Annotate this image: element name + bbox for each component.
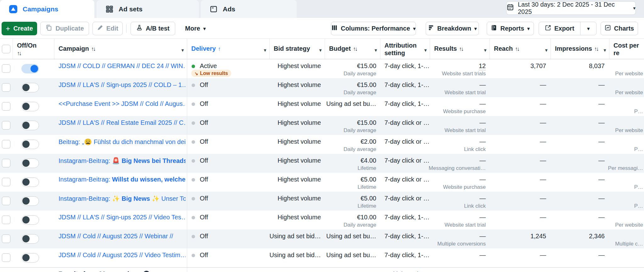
- row-checkbox[interactable]: [2, 64, 10, 73]
- column-header-attribution-setting[interactable]: Attribution setting ▾: [380, 39, 430, 60]
- more-button[interactable]: More ▾: [182, 22, 209, 35]
- campaign-toggle[interactable]: [21, 102, 39, 111]
- info-icon[interactable]: i: [143, 271, 150, 272]
- results-type: Website purchase: [443, 184, 486, 190]
- export-button[interactable]: Export ▾: [539, 22, 596, 35]
- attribution-setting: 7-day click, 1-…: [384, 233, 429, 240]
- campaign-toggle[interactable]: [21, 253, 39, 263]
- duplicate-button[interactable]: Duplicate: [40, 22, 89, 35]
- row-checkbox[interactable]: [2, 159, 10, 167]
- column-menu-caret[interactable]: ▾: [264, 46, 266, 54]
- row-checkbox[interactable]: [2, 216, 10, 224]
- campaign-link[interactable]: JDSM // LLA'S // Real Estate Email 2025 …: [59, 119, 186, 126]
- charts-button[interactable]: Charts: [601, 22, 638, 35]
- campaign-toggle[interactable]: [21, 64, 39, 73]
- column-header-reach[interactable]: Reach↑↓ ▾: [490, 39, 551, 60]
- results-type: Messaging conversati…: [429, 165, 486, 171]
- row-checkbox[interactable]: [2, 83, 10, 92]
- impressions-value: —: [598, 252, 605, 259]
- attribution-setting: 7-day click, 1-…: [384, 62, 429, 70]
- row-checkbox[interactable]: [2, 234, 10, 243]
- column-menu-caret[interactable]: ▾: [319, 46, 322, 54]
- results-value[interactable]: 12: [479, 62, 486, 70]
- bid-strategy: Highest volume: [277, 62, 321, 70]
- campaign-toggle[interactable]: [21, 121, 39, 130]
- delivery-status: Off: [200, 100, 208, 107]
- column-header-cost-per-result[interactable]: Cost per re ↑↓: [609, 39, 644, 60]
- breakdown-button[interactable]: Breakdown ▾: [426, 22, 479, 35]
- campaign-link[interactable]: <<Purchase Event >> JDSM // Cold // Augu…: [59, 100, 186, 107]
- campaign-link[interactable]: JDSM // Cold // August 2025 // Webinar /…: [59, 233, 173, 240]
- campaign-toggle[interactable]: [21, 234, 39, 244]
- summary-results: —: [479, 271, 486, 272]
- campaign-toggle[interactable]: [21, 215, 39, 225]
- select-all-checkbox[interactable]: [2, 45, 10, 53]
- column-divider: [187, 268, 187, 272]
- budget-type: Daily average: [344, 146, 376, 153]
- campaign-toggle[interactable]: [21, 159, 39, 168]
- toggle-knob: [22, 254, 30, 261]
- column-menu-caret[interactable]: ▾: [182, 46, 184, 54]
- campaign-link[interactable]: JDSM // LLA'S // Sign-ups 2025 // COLD –…: [59, 81, 186, 89]
- column-menu-caret[interactable]: ▾: [484, 46, 486, 54]
- reports-button[interactable]: Reports ▾: [487, 22, 534, 35]
- campaign-toggle[interactable]: [21, 196, 39, 206]
- campaign-link[interactable]: Instagram-Beitrag: Willst du wissen, wel…: [59, 176, 186, 183]
- column-header-bid-strategy[interactable]: Bid strategy ▾: [269, 39, 325, 60]
- tab-ads[interactable]: Ads: [201, 0, 297, 18]
- campaign-link[interactable]: JDSM // COLD // GERMAN // DEC 24 // WIN…: [59, 62, 186, 70]
- row-checkbox[interactable]: [2, 121, 10, 130]
- sort-icon[interactable]: ↑↓: [459, 46, 463, 52]
- column-menu-caret[interactable]: ▾: [424, 46, 427, 54]
- budget-type: Daily average: [344, 71, 376, 77]
- row-checkbox[interactable]: [2, 140, 10, 148]
- column-menu-caret[interactable]: ▾: [375, 46, 377, 54]
- delivery-status: Off: [200, 214, 208, 221]
- row-checkbox[interactable]: [2, 253, 10, 262]
- toggle-knob: [22, 197, 30, 205]
- row-checkbox[interactable]: [2, 178, 10, 186]
- tab-ad-sets[interactable]: Ad sets: [97, 0, 199, 18]
- cost-per-result-type: P…: [634, 146, 643, 153]
- sort-icon[interactable]: ↑↓: [515, 46, 519, 52]
- cost-per-result-type: Per messagi…: [608, 165, 643, 171]
- sort-icon[interactable]: ↑↓: [353, 46, 357, 52]
- sort-icon[interactable]: ↑↓: [594, 46, 598, 52]
- column-header-budget[interactable]: Budget↑↓ ▾: [325, 39, 380, 60]
- tab-campaigns[interactable]: Campaigns: [0, 0, 94, 18]
- campaign-link[interactable]: JDSM // LLA'S // Sign-ups 2025 // Video …: [59, 214, 186, 221]
- delivery-status: Off: [200, 233, 208, 240]
- cost-per-result-type: P…: [634, 108, 643, 115]
- sort-ascending-icon[interactable]: ↑: [218, 46, 220, 52]
- campaign-toggle[interactable]: [21, 140, 39, 149]
- bid-strategy: Highest volume: [277, 138, 321, 145]
- column-header-impressions[interactable]: Impressions↑↓ ▾: [551, 39, 609, 60]
- column-header-off-on[interactable]: Off/On ↑↓: [13, 39, 54, 60]
- column-header-delivery[interactable]: Delivery↑ ▾: [187, 39, 269, 60]
- create-button[interactable]: + Create: [2, 22, 37, 35]
- column-header-results[interactable]: Results↑↓ ▾: [430, 39, 490, 60]
- budget-value: Using ad set bu…: [326, 100, 376, 107]
- bid-strategy: Using ad set bid…: [270, 252, 321, 259]
- campaign-link[interactable]: JDSM // Cold // August 2025 // Video Tes…: [59, 252, 186, 259]
- column-header-campaign[interactable]: Campaign↑↓ ▾: [54, 39, 187, 60]
- bid-strategy: Highest volume: [277, 81, 321, 89]
- sort-icon[interactable]: ↑↓: [91, 46, 95, 52]
- attribution-setting: 7-day click, 1-…: [384, 252, 429, 259]
- row-checkbox[interactable]: [2, 102, 10, 111]
- campaign-toggle[interactable]: [21, 177, 39, 187]
- sort-icon[interactable]: ↑↓: [17, 49, 54, 57]
- row-checkbox[interactable]: [2, 197, 10, 205]
- campaign-link[interactable]: Instagram-Beitrag: ✨ Big News ✨ Unser To…: [59, 195, 186, 202]
- edit-button[interactable]: Edit: [92, 22, 123, 35]
- campaign-link[interactable]: Beitrag: „😩 Fühlst du dich manchmal von …: [59, 138, 186, 146]
- results-value: —: [479, 176, 486, 183]
- ab-test-button[interactable]: A/B test: [131, 22, 175, 35]
- campaign-toggle[interactable]: [21, 83, 39, 92]
- column-menu-caret[interactable]: ▾: [545, 46, 547, 54]
- date-range-picker[interactable]: Last 30 days: 2 Dec 2025 - 31 Dec 2025 ▾: [506, 1, 636, 15]
- export-menu-caret[interactable]: ▾: [580, 26, 596, 32]
- columns-button[interactable]: Columns: Performance ▾: [331, 22, 416, 35]
- column-menu-caret[interactable]: ▾: [604, 46, 606, 54]
- campaign-link[interactable]: Instagram-Beitrag: 🚨 Big News bei Thread…: [59, 157, 186, 165]
